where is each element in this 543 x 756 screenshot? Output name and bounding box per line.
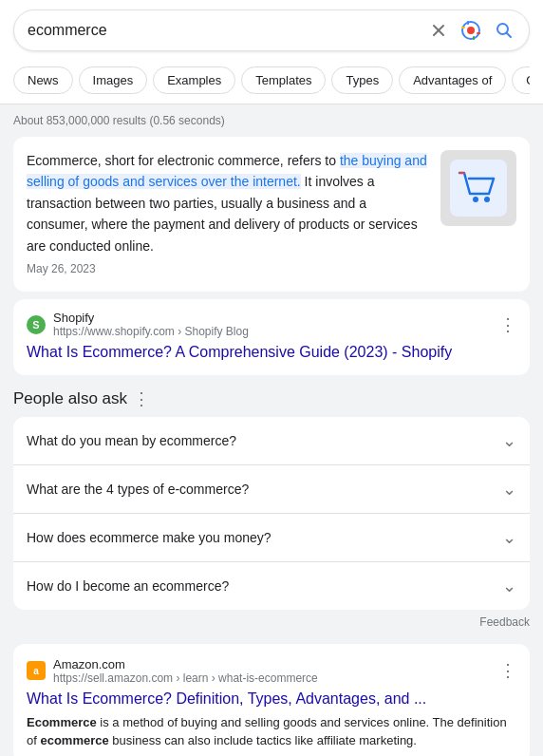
svg-rect-5	[473, 36, 475, 40]
filter-tabs: News Images Examples Templates Types Adv…	[13, 61, 530, 104]
svg-rect-7	[477, 32, 480, 34]
google-lens-button[interactable]	[459, 18, 483, 43]
search-button[interactable]	[493, 19, 515, 42]
tab-advantages[interactable]: Advantages of	[399, 66, 506, 94]
svg-rect-4	[467, 21, 469, 25]
people-also-ask-title: People also ask	[13, 389, 127, 408]
amazon-snippet-bold-1: Ecommerce	[27, 715, 97, 729]
tab-templates[interactable]: Templates	[241, 66, 326, 94]
svg-rect-10	[450, 160, 507, 217]
shopify-name: Shopify	[53, 311, 249, 325]
tab-types[interactable]: Types	[331, 66, 393, 94]
snippet-text-before: Ecommerce, short for electronic commerce…	[27, 153, 340, 168]
featured-snippet: Ecommerce, short for electronic commerce…	[13, 137, 530, 292]
tab-or-ecommerce[interactable]: Or e-commerce	[512, 66, 530, 94]
svg-point-3	[467, 27, 475, 34]
tab-news[interactable]: News	[13, 66, 73, 94]
svg-point-11	[473, 197, 478, 202]
shopify-more-icon[interactable]: ⋮	[499, 314, 516, 335]
snippet-image	[440, 150, 516, 226]
faq-question-1: What do you mean by ecommerce?	[27, 433, 236, 448]
amazon-source-header: a Amazon.com https://sell.amazon.com › l…	[27, 657, 516, 685]
tab-examples[interactable]: Examples	[153, 66, 235, 94]
faq-chevron-1: ⌄	[502, 430, 516, 451]
faq-item-3[interactable]: How does ecommerce make you money? ⌄	[13, 514, 530, 562]
faq-item-1[interactable]: What do you mean by ecommerce? ⌄	[13, 417, 530, 465]
shopify-favicon: S	[27, 315, 46, 334]
amazon-snippet-text-2: business can also include tactics like a…	[109, 733, 417, 747]
svg-point-12	[484, 197, 490, 202]
search-bar	[13, 9, 530, 51]
amazon-favicon: a	[27, 661, 46, 680]
tab-images[interactable]: Images	[79, 66, 148, 94]
search-icons	[428, 18, 515, 43]
snippet-date: May 26, 2023	[27, 260, 431, 278]
shopify-source-card: S Shopify https://www.shopify.com › Shop…	[13, 299, 530, 374]
faq-question-3: How does ecommerce make you money?	[27, 530, 272, 545]
amazon-source-info: Amazon.com https://sell.amazon.com › lea…	[53, 657, 318, 685]
shopify-url: https://www.shopify.com › Shopify Blog	[53, 325, 249, 338]
shopify-source-info: Shopify https://www.shopify.com › Shopif…	[53, 311, 249, 338]
search-bar-container: News Images Examples Templates Types Adv…	[0, 0, 543, 104]
faq-item-4[interactable]: How do I become an ecommerce? ⌄	[13, 562, 530, 610]
faq-chevron-2: ⌄	[502, 479, 516, 500]
faq-list: What do you mean by ecommerce? ⌄ What ar…	[13, 417, 530, 610]
svg-rect-6	[461, 27, 465, 28]
amazon-result-title[interactable]: What Is Ecommerce? Definition, Types, Ad…	[27, 690, 516, 708]
faq-chevron-3: ⌄	[502, 527, 516, 548]
faq-item-2[interactable]: What are the 4 types of e-commerce? ⌄	[13, 465, 530, 514]
amazon-more-icon[interactable]: ⋮	[499, 660, 516, 681]
faq-chevron-4: ⌄	[502, 576, 516, 596]
amazon-snippet-bold-2: ecommerce	[40, 733, 108, 747]
people-also-ask-more[interactable]: ⋮	[133, 388, 150, 409]
svg-line-9	[507, 33, 512, 38]
shopify-link[interactable]: What Is Ecommerce? A Comprehensive Guide…	[27, 344, 452, 360]
amazon-result-card: a Amazon.com https://sell.amazon.com › l…	[13, 644, 530, 756]
main-content: About 853,000,000 results (0.56 seconds)…	[0, 104, 543, 756]
clear-button[interactable]	[428, 20, 449, 41]
amazon-snippet: Ecommerce is a method of buying and sell…	[27, 713, 516, 750]
amazon-url: https://sell.amazon.com › learn › what-i…	[53, 671, 318, 685]
search-input[interactable]	[28, 22, 428, 39]
amazon-name: Amazon.com	[53, 657, 318, 671]
shopify-source-header: S Shopify https://www.shopify.com › Shop…	[27, 311, 516, 338]
feedback-link[interactable]: Feedback	[13, 610, 530, 634]
faq-question-4: How do I become an ecommerce?	[27, 578, 229, 594]
snippet-text: Ecommerce, short for electronic commerce…	[27, 150, 431, 278]
faq-question-2: What are the 4 types of e-commerce?	[27, 482, 249, 497]
people-also-ask-header: People also ask ⋮	[13, 388, 530, 409]
results-count: About 853,000,000 results (0.56 seconds)	[13, 114, 530, 127]
